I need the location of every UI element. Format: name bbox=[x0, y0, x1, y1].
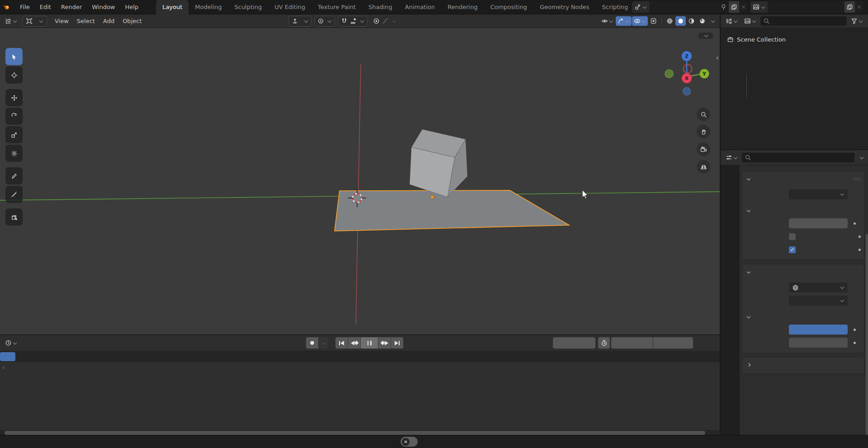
workspace-tab-layout[interactable]: Layout bbox=[156, 0, 189, 14]
collisions-panel-header[interactable] bbox=[745, 267, 861, 278]
options-button[interactable] bbox=[698, 33, 713, 39]
auto-key-options[interactable] bbox=[319, 337, 328, 349]
shading-solid-toggle[interactable] bbox=[675, 16, 686, 26]
new-viewlayer-icon[interactable] bbox=[844, 1, 855, 13]
anim-player-badge[interactable]: ✕ bbox=[401, 437, 418, 447]
tool-select-box[interactable] bbox=[5, 48, 23, 65]
tool-annotate[interactable] bbox=[5, 167, 23, 184]
scrollbar-handle[interactable] bbox=[5, 431, 705, 435]
outliner-search-input[interactable] bbox=[772, 18, 844, 24]
outliner-search[interactable] bbox=[760, 16, 847, 26]
tool-transform[interactable] bbox=[5, 145, 23, 162]
pause-button[interactable] bbox=[361, 337, 378, 349]
properties-scrollbar[interactable] bbox=[866, 234, 868, 435]
workspace-tab-geometry-nodes[interactable]: Geometry Nodes bbox=[533, 0, 596, 14]
stop-icon[interactable]: ✕ bbox=[402, 438, 410, 446]
viewport-menu-select[interactable]: Select bbox=[73, 16, 99, 26]
mass-field[interactable] bbox=[789, 218, 848, 228]
camera-view-button[interactable] bbox=[697, 142, 710, 156]
workspace-tab-shading[interactable]: Shading bbox=[362, 0, 399, 14]
outliner-display-mode[interactable] bbox=[742, 17, 759, 25]
drag-grip-icon[interactable]: ∷∷ bbox=[854, 176, 861, 182]
bounciness-slider[interactable] bbox=[789, 338, 848, 348]
timeline-editor-button[interactable] bbox=[3, 339, 19, 347]
zoom-button[interactable] bbox=[697, 108, 710, 121]
prev-keyframe-button[interactable] bbox=[348, 337, 360, 349]
workspace-tab-uv-editing[interactable]: UV Editing bbox=[268, 0, 311, 14]
animate-dot[interactable] bbox=[859, 236, 861, 238]
dynamic-checkbox[interactable] bbox=[789, 233, 796, 240]
jump-to-end-button[interactable] bbox=[391, 337, 403, 349]
workspace-tab-sculpting[interactable]: Sculpting bbox=[228, 0, 268, 14]
properties-search[interactable] bbox=[742, 153, 854, 162]
menu-file[interactable]: File bbox=[15, 2, 35, 12]
workspace-tab-animation[interactable]: Animation bbox=[399, 0, 441, 14]
ortho-toggle-button[interactable] bbox=[697, 160, 710, 174]
tool-measure[interactable] bbox=[5, 186, 23, 203]
tool-rotate[interactable] bbox=[5, 108, 23, 125]
viewport-menu-view[interactable]: View bbox=[51, 16, 73, 26]
workspace-tab-modeling[interactable]: Modeling bbox=[189, 0, 228, 14]
viewlayer-selector[interactable]: ✕ bbox=[750, 1, 863, 13]
workspace-tab-texture-paint[interactable]: Texture Paint bbox=[311, 0, 362, 14]
current-frame-field[interactable] bbox=[553, 337, 595, 349]
proportional-edit[interactable] bbox=[370, 16, 399, 27]
new-scene-icon[interactable] bbox=[729, 1, 739, 13]
scene-browse-button[interactable] bbox=[632, 1, 649, 13]
rigid-body-panel-header[interactable]: ∷∷ bbox=[745, 174, 861, 184]
settings-subpanel-header[interactable] bbox=[745, 206, 861, 216]
scene-name[interactable] bbox=[649, 1, 718, 13]
xray-toggle[interactable] bbox=[648, 16, 659, 26]
sensitivity-panel-header[interactable] bbox=[745, 360, 861, 371]
workspace-tab-compositing[interactable]: Compositing bbox=[484, 0, 533, 14]
surface-response-header[interactable] bbox=[745, 312, 861, 322]
properties-search-input[interactable] bbox=[754, 154, 852, 161]
current-frame-indicator[interactable] bbox=[0, 352, 15, 361]
auto-key-button[interactable] bbox=[306, 337, 318, 349]
close-scene-icon[interactable]: ✕ bbox=[739, 1, 748, 13]
timeline-ruler[interactable] bbox=[0, 351, 720, 362]
viewport-menu-object[interactable]: Object bbox=[118, 16, 146, 26]
mode-dropdown[interactable] bbox=[22, 16, 47, 27]
animate-dot[interactable] bbox=[859, 249, 861, 251]
overlays-toggle[interactable] bbox=[632, 16, 648, 26]
sidebar-collapse-icon[interactable]: ‹ bbox=[716, 53, 719, 62]
tool-cursor[interactable] bbox=[5, 66, 23, 84]
rigid-body-type-dropdown[interactable] bbox=[789, 189, 848, 199]
menu-render[interactable]: Render bbox=[56, 2, 87, 12]
jump-to-start-button[interactable] bbox=[335, 337, 348, 349]
channel-expander-icon[interactable]: › bbox=[2, 364, 5, 371]
animate-dot[interactable] bbox=[854, 342, 856, 344]
close-viewlayer-icon[interactable]: ✕ bbox=[855, 1, 863, 13]
editor-type-button[interactable] bbox=[3, 17, 19, 25]
shading-options-toggle[interactable] bbox=[708, 18, 717, 24]
gizmos-toggle[interactable] bbox=[616, 16, 632, 26]
snap-controls[interactable] bbox=[338, 16, 368, 27]
next-keyframe-button[interactable] bbox=[378, 337, 391, 349]
workspace-tab-rendering[interactable]: Rendering bbox=[441, 0, 484, 14]
viewlayer-name[interactable] bbox=[768, 1, 844, 13]
collision-source-dropdown[interactable] bbox=[789, 296, 848, 306]
viewlayer-browse-button[interactable] bbox=[750, 1, 768, 13]
start-frame-field[interactable] bbox=[611, 337, 653, 349]
menu-help[interactable]: Help bbox=[120, 2, 144, 12]
orientation-dropdown[interactable] bbox=[288, 16, 311, 27]
viewport-3d[interactable]: Z Y X ‹ bbox=[0, 28, 720, 335]
animate-dot[interactable] bbox=[854, 222, 856, 225]
outliner-filter-button[interactable] bbox=[849, 17, 865, 25]
scene-selector[interactable]: ✕ bbox=[632, 1, 748, 13]
properties-editor-button[interactable] bbox=[723, 153, 740, 162]
outliner-editor-button[interactable] bbox=[723, 17, 740, 25]
animate-dot[interactable] bbox=[854, 329, 856, 331]
animated-checkbox[interactable]: ✓ bbox=[789, 246, 796, 253]
blender-logo-icon[interactable] bbox=[4, 4, 10, 10]
tool-add-cube[interactable] bbox=[5, 208, 23, 226]
friction-slider[interactable] bbox=[789, 325, 848, 335]
properties-options-button[interactable] bbox=[856, 155, 866, 160]
menu-edit[interactable]: Edit bbox=[35, 2, 56, 12]
shading-wireframe-toggle[interactable] bbox=[665, 16, 675, 26]
pin-icon[interactable] bbox=[718, 1, 729, 13]
workspace-tab-scripting[interactable]: Scripting bbox=[596, 0, 635, 14]
shading-material-toggle[interactable] bbox=[686, 16, 697, 26]
tool-scale[interactable] bbox=[5, 126, 23, 143]
